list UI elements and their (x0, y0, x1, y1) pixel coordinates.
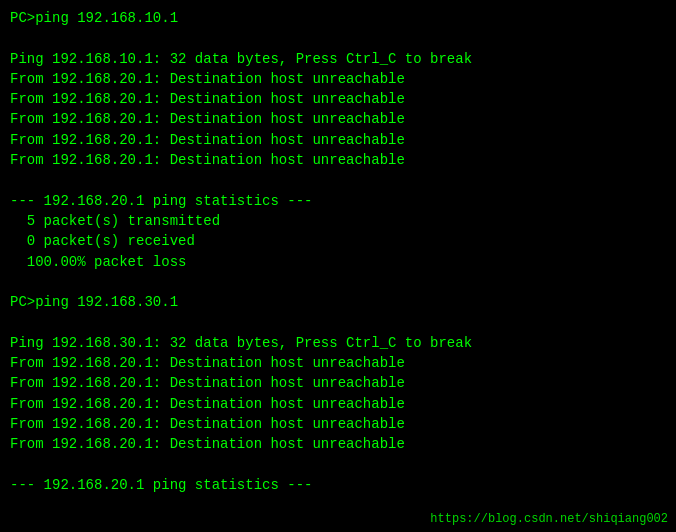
terminal-line: 0 packet(s) received (10, 231, 666, 251)
terminal-line: From 192.168.20.1: Destination host unre… (10, 434, 666, 454)
terminal-line (10, 272, 666, 292)
terminal-line: From 192.168.20.1: Destination host unre… (10, 89, 666, 109)
terminal-line: Ping 192.168.30.1: 32 data bytes, Press … (10, 333, 666, 353)
terminal-line: From 192.168.20.1: Destination host unre… (10, 373, 666, 393)
terminal-line: From 192.168.20.1: Destination host unre… (10, 150, 666, 170)
watermark: https://blog.csdn.net/shiqiang002 (430, 512, 668, 526)
terminal-line (10, 170, 666, 190)
terminal-line: From 192.168.20.1: Destination host unre… (10, 130, 666, 150)
terminal-line (10, 455, 666, 475)
terminal-line: From 192.168.20.1: Destination host unre… (10, 353, 666, 373)
terminal-line: From 192.168.20.1: Destination host unre… (10, 109, 666, 129)
terminal-window: PC>ping 192.168.10.1Ping 192.168.10.1: 3… (0, 0, 676, 532)
terminal-line: From 192.168.20.1: Destination host unre… (10, 414, 666, 434)
terminal-line: PC>ping 192.168.30.1 (10, 292, 666, 312)
terminal-line: From 192.168.20.1: Destination host unre… (10, 394, 666, 414)
terminal-line (10, 312, 666, 332)
terminal-line: Ping 192.168.10.1: 32 data bytes, Press … (10, 49, 666, 69)
terminal-line (10, 28, 666, 48)
terminal-line: --- 192.168.20.1 ping statistics --- (10, 475, 666, 495)
terminal-line: PC>ping 192.168.10.1 (10, 8, 666, 28)
terminal-line: From 192.168.20.1: Destination host unre… (10, 69, 666, 89)
terminal-line: 5 packet(s) transmitted (10, 211, 666, 231)
terminal-line: --- 192.168.20.1 ping statistics --- (10, 191, 666, 211)
terminal-line: 100.00% packet loss (10, 252, 666, 272)
